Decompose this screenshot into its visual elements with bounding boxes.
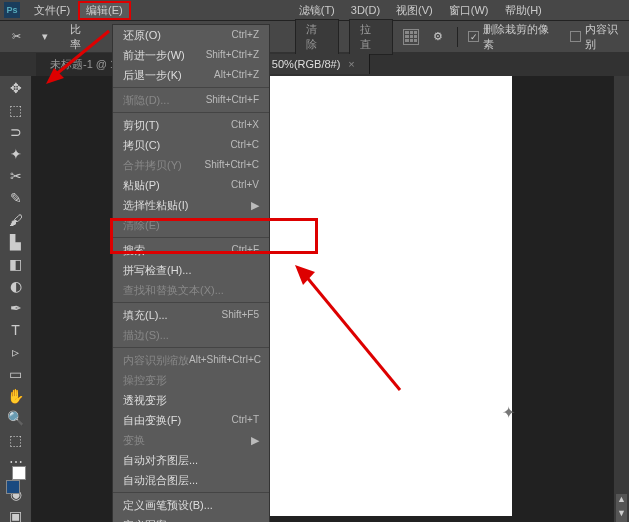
menu-item-label: 还原(O): [123, 28, 161, 42]
crop-tool[interactable]: ✂: [6, 168, 26, 184]
menu-item: 清除(E): [113, 215, 269, 235]
zoom-tool[interactable]: 🔍: [6, 410, 26, 426]
menu-shortcut: Ctrl+V: [231, 178, 259, 192]
fg-color: [6, 480, 20, 494]
menu-item-label: 拷贝(C): [123, 138, 160, 152]
menu-item[interactable]: 还原(O)Ctrl+Z: [113, 25, 269, 45]
menu-view[interactable]: 视图(V): [388, 1, 441, 20]
menu-item-label: 自动混合图层...: [123, 473, 198, 487]
menubar: Ps 文件(F) 编辑(E) 滤镜(T) 3D(D) 视图(V) 窗口(W) 帮…: [0, 0, 629, 20]
menu-item[interactable]: 前进一步(W)Shift+Ctrl+Z: [113, 45, 269, 65]
checkbox-icon: ✓: [468, 31, 479, 42]
scroll-up-icon[interactable]: ▲: [616, 494, 627, 508]
menu-item[interactable]: 自动对齐图层...: [113, 450, 269, 470]
wand-tool[interactable]: ✦: [6, 146, 26, 162]
clear-button[interactable]: 清除: [295, 19, 339, 55]
crop-icon[interactable]: ✂: [8, 30, 26, 43]
menu-separator: [113, 302, 269, 303]
gradient-tool[interactable]: ◐: [6, 278, 26, 294]
gear-icon[interactable]: ⚙: [429, 30, 447, 43]
menu-separator: [113, 492, 269, 493]
menu-item-label: 剪切(T): [123, 118, 159, 132]
menu-3d[interactable]: 3D(D): [343, 2, 388, 18]
artboard-tool[interactable]: ⬚: [6, 432, 26, 448]
delete-cropped-checkbox[interactable]: ✓ 删除栽剪的像素: [468, 22, 560, 52]
menu-item[interactable]: 自动混合图层...: [113, 470, 269, 490]
menu-separator: [113, 87, 269, 88]
menu-item-label: 后退一步(K): [123, 68, 182, 82]
brush-tool[interactable]: 🖌: [6, 212, 26, 228]
menu-item-label: 搜索: [123, 243, 145, 257]
hand-tool[interactable]: ✋: [6, 388, 26, 404]
menu-item-label: 描边(S)...: [123, 328, 169, 342]
menu-item[interactable]: 定义画笔预设(B)...: [113, 495, 269, 515]
marquee-tool[interactable]: ⬚: [6, 102, 26, 118]
checkbox-label: 删除栽剪的像素: [483, 22, 560, 52]
cursor-icon: ✦: [502, 403, 515, 422]
menu-item-label: 清除(E): [123, 218, 160, 232]
menu-item[interactable]: 粘贴(P)Ctrl+V: [113, 175, 269, 195]
scroll-down-icon[interactable]: ▼: [616, 508, 627, 522]
bg-color: [12, 466, 26, 480]
submenu-arrow-icon: ▶: [251, 433, 259, 447]
content-aware-checkbox[interactable]: 内容识别: [570, 22, 629, 52]
app-logo: Ps: [4, 2, 20, 18]
stamp-tool[interactable]: ▙: [6, 234, 26, 250]
lasso-tool[interactable]: ⊃: [6, 124, 26, 140]
menu-item-label: 拼写检查(H)...: [123, 263, 191, 277]
menu-item-label: 填充(L)...: [123, 308, 168, 322]
menu-item-label: 自由变换(F): [123, 413, 181, 427]
menu-window[interactable]: 窗口(W): [441, 1, 497, 20]
straighten-button[interactable]: 拉直: [349, 19, 393, 55]
move-tool[interactable]: ✥: [6, 80, 26, 96]
vertical-scrollbar[interactable]: ▲ ▼: [613, 76, 629, 522]
grid-icon[interactable]: [403, 29, 419, 45]
eyedropper-tool[interactable]: ✎: [6, 190, 26, 206]
menu-item[interactable]: 拷贝(C)Ctrl+C: [113, 135, 269, 155]
menu-shortcut: Shift+F5: [221, 308, 259, 322]
menu-item: 操控变形: [113, 370, 269, 390]
checkbox-label: 内容识别: [585, 22, 629, 52]
menu-shortcut: Alt+Shift+Ctrl+C: [189, 353, 261, 367]
tab-label: @ 50%(RGB/8#): [258, 58, 341, 70]
screen-mode-tool[interactable]: ▣: [6, 508, 26, 522]
menu-item[interactable]: 填充(L)...Shift+F5: [113, 305, 269, 325]
menu-item-label: 透视变形: [123, 393, 167, 407]
menu-shortcut: Shift+Ctrl+F: [206, 93, 259, 107]
menu-item-label: 变换: [123, 433, 145, 447]
menu-shortcut: Shift+Ctrl+C: [205, 158, 259, 172]
menu-item[interactable]: 拼写检查(H)...: [113, 260, 269, 280]
menu-item[interactable]: 剪切(T)Ctrl+X: [113, 115, 269, 135]
menu-item: 合并拷贝(Y)Shift+Ctrl+C: [113, 155, 269, 175]
close-icon[interactable]: ×: [348, 58, 354, 70]
menu-item-label: 操控变形: [123, 373, 167, 387]
path-tool[interactable]: ▹: [6, 344, 26, 360]
ratio-label[interactable]: 比率: [64, 21, 98, 53]
menu-item-label: 自动对齐图层...: [123, 453, 198, 467]
edit-dropdown-menu: 还原(O)Ctrl+Z前进一步(W)Shift+Ctrl+Z后退一步(K)Alt…: [112, 24, 270, 522]
menu-item-label: 查找和替换文本(X)...: [123, 283, 224, 297]
text-tool[interactable]: T: [6, 322, 26, 338]
document-tabs: 未标题-1 @ 100%× @ 50%(RGB/8#)×: [0, 52, 629, 76]
menu-separator: [113, 112, 269, 113]
menu-shortcut: Ctrl+X: [231, 118, 259, 132]
menu-item[interactable]: 选择性粘贴(I)▶: [113, 195, 269, 215]
menu-filter[interactable]: 滤镜(T): [291, 1, 343, 20]
tools-panel: ✥ ⬚ ⊃ ✦ ✂ ✎ 🖌 ▙ ◧ ◐ ✒ T ▹ ▭ ✋ 🔍 ⬚ ⋯ ◉ ▣: [0, 76, 32, 522]
eraser-tool[interactable]: ◧: [6, 256, 26, 272]
pen-tool[interactable]: ✒: [6, 300, 26, 316]
menu-item[interactable]: 自由变换(F)Ctrl+T: [113, 410, 269, 430]
shape-tool[interactable]: ▭: [6, 366, 26, 382]
menu-item-label: 前进一步(W): [123, 48, 185, 62]
menu-shortcut: Ctrl+Z: [232, 28, 260, 42]
menu-item[interactable]: 后退一步(K)Alt+Ctrl+Z: [113, 65, 269, 85]
menu-edit[interactable]: 编辑(E): [78, 1, 131, 20]
dropdown-icon[interactable]: ▾: [36, 30, 54, 43]
menu-shortcut: Shift+Ctrl+Z: [206, 48, 259, 62]
menu-separator: [113, 237, 269, 238]
menu-help[interactable]: 帮助(H): [497, 1, 550, 20]
menu-item[interactable]: 透视变形: [113, 390, 269, 410]
menu-item[interactable]: 搜索Ctrl+F: [113, 240, 269, 260]
menu-item[interactable]: 定义图案...: [113, 515, 269, 522]
menu-file[interactable]: 文件(F): [26, 1, 78, 20]
